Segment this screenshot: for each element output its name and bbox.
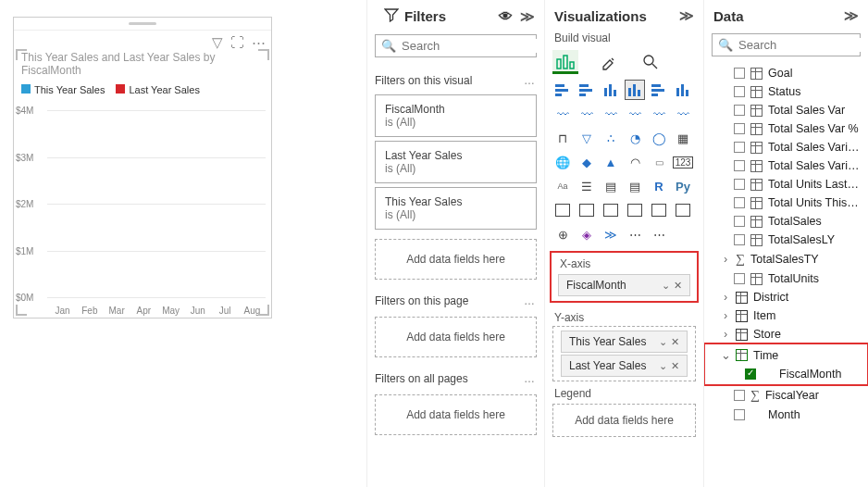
viz-type-clustered-bar[interactable] xyxy=(577,80,597,100)
viz-type-stacked-bar-100[interactable] xyxy=(649,80,669,100)
yaxis-well[interactable]: This Year Sales⌄ ✕ Last Year Sales⌄ ✕ xyxy=(552,326,696,381)
viz-type-gauge[interactable]: ◠ xyxy=(625,152,645,172)
viz-type-stacked-column[interactable] xyxy=(601,80,621,100)
viz-type-treemap[interactable]: ▦ xyxy=(673,128,693,148)
viz-type-goals[interactable] xyxy=(649,200,669,220)
viz-type-decomposition[interactable] xyxy=(577,200,597,220)
filters-search[interactable]: 🔍 xyxy=(375,34,537,57)
viz-type-table[interactable]: ▤ xyxy=(601,176,621,196)
filter-card[interactable]: This Year Salesis (All) xyxy=(375,187,537,230)
viz-type-paginated[interactable] xyxy=(673,200,693,220)
resize-handle[interactable] xyxy=(16,49,27,60)
data-field[interactable]: ∑FiscalYear xyxy=(704,385,868,406)
viz-type-stacked-bar[interactable] xyxy=(552,80,573,100)
viz-type-narrative[interactable] xyxy=(625,200,645,220)
add-filter-dropzone[interactable]: Add data fields here xyxy=(375,394,537,435)
remove-field-icon[interactable]: ✕ xyxy=(671,360,679,372)
data-field[interactable]: Total Units Last… xyxy=(704,175,868,194)
viz-type-key-influencers[interactable] xyxy=(552,200,573,220)
more-icon[interactable]: … xyxy=(524,372,537,385)
data-field[interactable]: Month xyxy=(704,406,868,424)
viz-type-line[interactable]: 〰 xyxy=(552,104,573,124)
viz-type-line-stacked[interactable]: 〰 xyxy=(625,104,645,124)
field-pill-yaxis[interactable]: This Year Sales⌄ ✕ xyxy=(561,331,688,353)
data-table[interactable]: ›Store xyxy=(704,325,868,343)
viz-type-matrix[interactable]: ▤ xyxy=(625,176,645,196)
viz-type-arcgis[interactable]: ⊕ xyxy=(552,224,573,244)
data-search[interactable]: 🔍 xyxy=(712,33,861,56)
more-icon[interactable]: … xyxy=(524,294,537,307)
visual-drag-handle[interactable] xyxy=(14,18,271,31)
resize-handle[interactable] xyxy=(258,305,269,316)
eye-icon[interactable]: 👁 xyxy=(499,8,513,24)
chart-visual[interactable]: ▽ ⛶ ⋯ This Year Sales and Last Year Sale… xyxy=(13,17,272,318)
collapse-icon[interactable]: ≫ xyxy=(520,8,535,25)
viz-type-filled-map[interactable]: ◆ xyxy=(577,152,597,172)
add-filter-dropzone[interactable]: Add data fields here xyxy=(375,239,537,280)
chevron-down-icon[interactable]: ⌄ xyxy=(659,336,667,348)
report-canvas[interactable]: ▽ ⛶ ⋯ This Year Sales and Last Year Sale… xyxy=(0,0,366,487)
viz-type-pie[interactable]: ◔ xyxy=(625,128,645,148)
tab-build-visual[interactable] xyxy=(552,50,578,74)
data-field[interactable]: Total Sales Var xyxy=(704,101,868,119)
data-table[interactable]: ›Item xyxy=(704,306,868,325)
filter-icon[interactable]: ▽ xyxy=(212,34,223,51)
viz-type-scatter[interactable]: ∴ xyxy=(601,128,621,148)
focus-mode-icon[interactable]: ⛶ xyxy=(230,34,244,51)
viz-type-clustered-column[interactable] xyxy=(625,80,645,100)
viz-type-kpi[interactable]: 123 xyxy=(673,152,693,172)
data-field[interactable]: Total Sales Vari… xyxy=(704,156,868,175)
viz-type-ellipsis[interactable]: ⋯ xyxy=(649,224,669,244)
chevron-down-icon[interactable]: ⌄ xyxy=(662,280,670,292)
viz-type-funnel[interactable]: ▽ xyxy=(577,128,597,148)
viz-type-donut[interactable]: ◯ xyxy=(649,128,669,148)
field-pill-yaxis[interactable]: Last Year Sales⌄ ✕ xyxy=(561,355,688,377)
data-field[interactable]: Goal xyxy=(704,64,868,82)
data-field[interactable]: Total Sales Vari… xyxy=(704,138,868,156)
more-icon[interactable]: … xyxy=(524,74,537,87)
data-field[interactable]: TotalUnits xyxy=(704,269,868,288)
data-field[interactable]: Total Units This… xyxy=(704,194,868,212)
data-field-fiscalmonth[interactable]: FiscalMonth xyxy=(704,365,868,383)
data-table-time[interactable]: ⌄Time xyxy=(704,345,868,365)
viz-type-powerapps[interactable]: ◈ xyxy=(577,224,597,244)
data-field-measure[interactable]: ›∑TotalSalesTY xyxy=(704,249,868,269)
data-field[interactable]: Total Sales Var % xyxy=(704,119,868,138)
data-table[interactable]: ›District xyxy=(704,288,868,306)
legend-dropzone[interactable]: Add data fields here xyxy=(552,404,696,437)
tab-analytics[interactable] xyxy=(638,50,663,74)
viz-type-card[interactable]: ▭ xyxy=(649,152,669,172)
add-filter-dropzone[interactable]: Add data fields here xyxy=(375,317,537,357)
resize-handle[interactable] xyxy=(16,305,27,316)
viz-type-r[interactable]: R xyxy=(649,176,669,196)
search-input[interactable] xyxy=(402,39,544,53)
viz-type-map[interactable]: 🌐 xyxy=(552,152,573,172)
viz-type-ribbon[interactable]: 〰 xyxy=(673,104,693,124)
data-field[interactable]: TotalSalesLY xyxy=(704,231,868,249)
viz-type-stacked-area[interactable]: 〰 xyxy=(601,104,621,124)
viz-type-clustered-column-100[interactable] xyxy=(673,80,693,100)
tab-format-visual[interactable] xyxy=(595,50,621,74)
viz-type-qa[interactable] xyxy=(601,200,621,220)
field-pill-xaxis[interactable]: FiscalMonth⌄ ✕ xyxy=(558,274,690,296)
filter-card[interactable]: Last Year Salesis (All) xyxy=(375,141,537,183)
viz-type-slicer[interactable]: ☰ xyxy=(577,176,597,196)
viz-type-more-visuals[interactable]: ⋯ xyxy=(625,224,645,244)
viz-type-area[interactable]: 〰 xyxy=(577,104,597,124)
resize-handle[interactable] xyxy=(258,49,269,60)
collapse-icon[interactable]: ≫ xyxy=(679,7,694,24)
data-field[interactable]: Status xyxy=(704,82,868,101)
search-input[interactable] xyxy=(738,38,868,52)
chevron-down-icon[interactable]: ⌄ xyxy=(659,360,667,372)
remove-field-icon[interactable]: ✕ xyxy=(674,280,682,292)
remove-field-icon[interactable]: ✕ xyxy=(671,336,679,348)
viz-type-line-clustered[interactable]: 〰 xyxy=(649,104,669,124)
viz-type-automate[interactable]: ≫ xyxy=(601,224,621,244)
collapse-icon[interactable]: ≫ xyxy=(844,7,859,24)
data-field[interactable]: TotalSales xyxy=(704,212,868,231)
viz-type-python[interactable]: Py xyxy=(673,176,693,196)
viz-type-azure-map[interactable]: ▲ xyxy=(601,152,621,172)
viz-type-waterfall[interactable]: ⊓ xyxy=(552,128,573,148)
filter-card[interactable]: FiscalMonthis (All) xyxy=(375,94,537,137)
viz-type-multi-card[interactable]: Aa xyxy=(552,176,573,196)
